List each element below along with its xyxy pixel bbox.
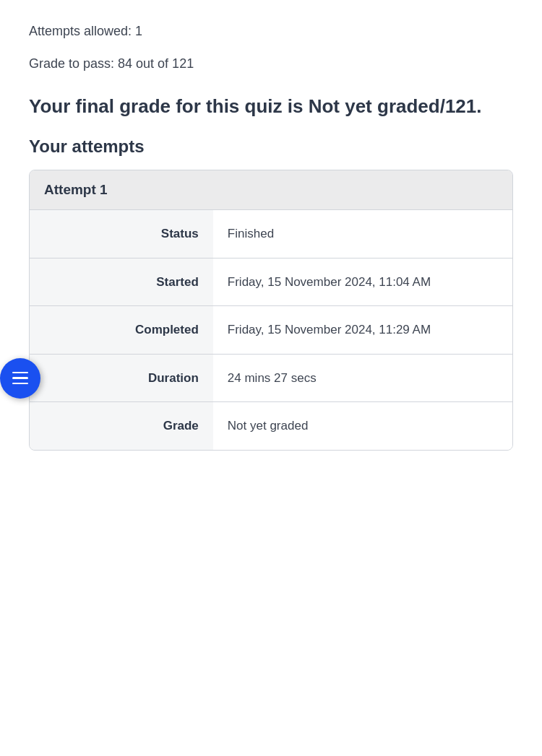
row-label: Completed [30,306,213,355]
final-grade-heading: Your final grade for this quiz is Not ye… [29,94,513,119]
attempt-table: StatusFinishedStartedFriday, 15 November… [30,210,512,450]
attempts-allowed-text: Attempts allowed: 1 [29,22,513,41]
row-value: Friday, 15 November 2024, 11:29 AM [213,306,512,355]
your-attempts-heading: Your attempts [29,136,513,157]
grade-to-pass-text: Grade to pass: 84 out of 121 [29,54,513,74]
row-label: Duration [30,354,213,402]
table-row: GradeNot yet graded [30,402,512,450]
hamburger-icon [12,372,28,385]
page-container: Attempts allowed: 1 Grade to pass: 84 ou… [0,0,542,479]
row-label: Grade [30,402,213,450]
table-row: CompletedFriday, 15 November 2024, 11:29… [30,306,512,355]
row-value: 24 mins 27 secs [213,354,512,402]
attempt-card-title: Attempt 1 [30,170,512,210]
table-row: Duration24 mins 27 secs [30,354,512,402]
row-value: Finished [213,210,512,258]
row-value: Not yet graded [213,402,512,450]
row-value: Friday, 15 November 2024, 11:04 AM [213,258,512,306]
attempt-card: Attempt 1 StatusFinishedStartedFriday, 1… [29,170,513,451]
floating-menu-button[interactable] [0,358,40,399]
row-label: Started [30,258,213,306]
table-row: StartedFriday, 15 November 2024, 11:04 A… [30,258,512,306]
table-row: StatusFinished [30,210,512,258]
row-label: Status [30,210,213,258]
